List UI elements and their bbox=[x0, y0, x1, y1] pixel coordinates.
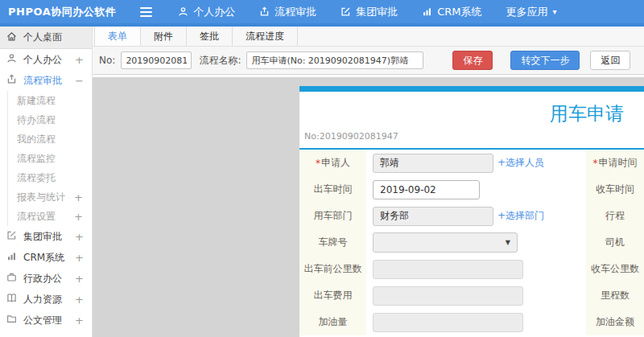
form-doc-no: No:20190902081947 bbox=[299, 131, 644, 142]
required-mark: * bbox=[316, 158, 320, 169]
paper-top-strip bbox=[299, 86, 644, 92]
toolbar: No: 流程名称: 保存 转交下一步 返回 bbox=[93, 47, 644, 75]
expand-icon[interactable]: + bbox=[74, 211, 92, 223]
sidebar-subitem-process-monitor[interactable]: 流程监控 bbox=[8, 149, 92, 168]
expand-icon[interactable]: + bbox=[75, 231, 92, 243]
form-row-pre-trip-km: 出车前公里数 收车公里数 bbox=[299, 256, 644, 282]
caret-down-icon: ▾ bbox=[553, 8, 557, 16]
applicant-input[interactable] bbox=[373, 154, 493, 173]
sidebar-subitem-process-settings[interactable]: 流程设置+ bbox=[8, 207, 92, 226]
edit-icon bbox=[6, 230, 23, 243]
book-icon bbox=[6, 293, 23, 306]
form-row-fuel-amount: 加油量 加油金额 bbox=[299, 309, 644, 335]
tab-process-progress[interactable]: 流程进度 bbox=[233, 27, 298, 46]
expand-icon[interactable]: + bbox=[75, 273, 92, 285]
return-time-label: 收车时间 bbox=[596, 183, 634, 196]
driver-label: 司机 bbox=[605, 236, 625, 249]
sidebar-item-document-mgmt[interactable]: 公文管理 + bbox=[0, 310, 92, 331]
nav-process-approve[interactable]: 流程审批 bbox=[259, 5, 316, 19]
sidebar-subitem-new-process[interactable]: 新建流程 bbox=[8, 91, 92, 110]
form-paper: 用车申请 No:20190902081947 *申请人 +选择人员 *申请时间 bbox=[299, 86, 644, 337]
sidebar-subitem-todo-process[interactable]: 待办流程 bbox=[8, 110, 92, 129]
trip-cost-input[interactable] bbox=[373, 286, 523, 306]
fuel-amount-label: 加油量 bbox=[319, 315, 348, 329]
tab-form[interactable]: 表单 bbox=[94, 27, 141, 46]
sidebar-item-label: 个人办公 bbox=[23, 53, 62, 67]
tab-bar: 表单 附件 签批 流程进度 bbox=[93, 27, 644, 47]
sidebar-item-label: 流程审批 bbox=[23, 74, 62, 88]
nav-group-approve[interactable]: 集团审批 bbox=[341, 5, 398, 19]
process-approve-icon bbox=[259, 6, 270, 17]
save-button[interactable]: 保存 bbox=[452, 51, 493, 70]
main-panel: 表单 附件 签批 流程进度 No: 流程名称: 保存 转交下一步 返回 用车申请… bbox=[93, 27, 644, 337]
fuel-amount-input[interactable] bbox=[373, 313, 523, 332]
caret-down-icon: ▼ bbox=[506, 239, 510, 246]
collapse-icon[interactable]: − bbox=[75, 75, 92, 87]
expand-icon[interactable]: + bbox=[75, 54, 92, 66]
form-title: 用车申请 bbox=[299, 92, 644, 125]
form-row-departure-time: 出车时间 收车时间 bbox=[299, 176, 644, 203]
nav-label: 集团审批 bbox=[356, 5, 398, 19]
process-name-input[interactable] bbox=[246, 51, 423, 69]
form-row-department: 用车部门 +选择部门 行程 bbox=[299, 203, 644, 229]
person-icon bbox=[6, 53, 23, 66]
process-name-label: 流程名称: bbox=[199, 54, 241, 68]
forward-next-step-button[interactable]: 转交下一步 bbox=[510, 51, 580, 70]
sidebar-item-desktop[interactable]: 个人桌面 bbox=[0, 27, 92, 49]
briefcase-icon bbox=[6, 272, 23, 285]
fuel-cost-label: 加油金额 bbox=[596, 315, 634, 329]
sidebar-item-crm[interactable]: CRM系统 + bbox=[0, 247, 92, 268]
nav-crm[interactable]: CRM系统 bbox=[422, 5, 481, 19]
expand-icon[interactable]: + bbox=[75, 294, 92, 306]
plate-number-select[interactable]: ▼ bbox=[373, 232, 518, 253]
sidebar-item-group-approve[interactable]: 集团审批 + bbox=[0, 226, 92, 247]
person-icon bbox=[178, 6, 188, 17]
itinerary-label: 行程 bbox=[605, 209, 625, 223]
sidebar-item-personal-office[interactable]: 个人办公 + bbox=[0, 49, 92, 70]
edit-icon bbox=[341, 6, 351, 17]
applicant-label: 申请人 bbox=[321, 156, 350, 170]
hamburger-menu-icon[interactable] bbox=[140, 7, 152, 17]
sidebar-item-label: 集团审批 bbox=[23, 230, 62, 244]
required-mark: * bbox=[593, 158, 598, 169]
sidebar-item-label: 人力资源 bbox=[23, 293, 62, 306]
expand-icon[interactable]: + bbox=[74, 191, 92, 203]
sidebar-subitem-reports-stats[interactable]: 报表与统计+ bbox=[8, 187, 92, 207]
app-window: PHPOA协同办公软件 个人办公 流程审批 集团审批 CRM系统 更多应用 ▾ bbox=[0, 0, 644, 337]
select-person-link[interactable]: +选择人员 bbox=[497, 156, 544, 170]
tab-attachments[interactable]: 附件 bbox=[141, 27, 187, 46]
sidebar-item-label: 个人桌面 bbox=[23, 31, 62, 44]
sidebar-item-hr[interactable]: 人力资源 + bbox=[0, 289, 92, 310]
apply-time-label: 申请时间 bbox=[599, 156, 638, 170]
department-input[interactable] bbox=[373, 207, 493, 226]
bar-chart-icon bbox=[422, 6, 432, 17]
sidebar-item-process-approve[interactable]: 流程审批 − bbox=[0, 70, 92, 91]
sidebar-subitem-process-delegate[interactable]: 流程委托 bbox=[8, 168, 92, 187]
pre-trip-km-input[interactable] bbox=[373, 260, 523, 279]
no-input[interactable] bbox=[121, 51, 192, 69]
nav-more-apps[interactable]: 更多应用 ▾ bbox=[506, 5, 557, 19]
sidebar-item-admin-office[interactable]: 行政办公 + bbox=[0, 268, 92, 289]
content-area: 用车申请 No:20190902081947 *申请人 +选择人员 *申请时间 bbox=[93, 75, 644, 337]
back-button[interactable]: 返回 bbox=[590, 51, 630, 70]
plate-number-label: 车牌号 bbox=[319, 236, 348, 249]
departure-time-input[interactable] bbox=[373, 180, 480, 199]
home-icon bbox=[6, 31, 23, 44]
mileage-label: 里程数 bbox=[601, 289, 630, 302]
bar-chart-icon bbox=[6, 251, 23, 264]
form-row-trip-cost: 出车费用 里程数 bbox=[299, 282, 644, 309]
nav-personal-office[interactable]: 个人办公 bbox=[178, 5, 235, 19]
expand-icon[interactable]: + bbox=[75, 314, 92, 327]
select-department-link[interactable]: +选择部门 bbox=[497, 209, 544, 223]
tab-sign[interactable]: 签批 bbox=[187, 27, 233, 46]
top-menu: 个人办公 流程审批 集团审批 CRM系统 更多应用 ▾ bbox=[178, 5, 556, 19]
expand-icon[interactable]: + bbox=[75, 252, 92, 264]
process-submenu: 新建流程 待办流程 我的流程 流程监控 流程委托 报表与统计+ 流程设置+ bbox=[7, 91, 92, 226]
sidebar-item-label: 公文管理 bbox=[23, 314, 62, 327]
app-logo: PHPOA协同办公软件 bbox=[0, 5, 116, 19]
folder-icon bbox=[6, 314, 23, 327]
return-km-label: 收车公里数 bbox=[591, 262, 639, 276]
sidebar-item-label: CRM系统 bbox=[23, 251, 64, 265]
sidebar-subitem-my-process[interactable]: 我的流程 bbox=[8, 129, 92, 149]
nav-label: 更多应用 bbox=[506, 5, 548, 19]
